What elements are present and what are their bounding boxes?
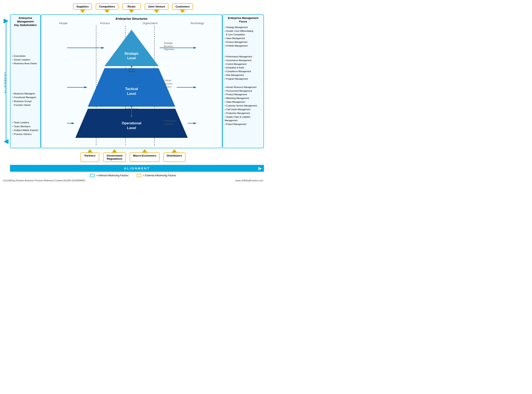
legend-external-text: = External Influencing Factors [143,174,176,177]
svg-text:Strategic: Strategic [124,52,139,55]
right-panel-title: Enterprise ManagementFocus [225,16,261,24]
government-regulations-label: GovernmentRegulations [106,154,122,160]
main-container: Suppliers Competitors Rivals Joint Ventu… [0,0,266,197]
alignment-bottom-text: ALIGNMENT [124,166,150,170]
partners-label: Partners [85,154,96,157]
svg-text:Level: Level [127,126,136,130]
center-title: Enterprise Structures [43,17,220,20]
ext-box-distributors: Distributors [163,152,186,162]
legend-external: = External Influencing Factors [137,174,176,177]
focus-group-strategic: • Strategy Management • Growth: Core Dif… [225,26,261,48]
svg-marker-43 [194,47,197,49]
bottom-external-row: Partners GovernmentRegulations Macro-Eco… [35,152,231,162]
pyramid-svg: Strategic Level Tactical Level Operation… [43,26,220,146]
svg-text:Performance: Performance [164,119,177,122]
svg-text:Factors: Factors [164,85,171,88]
legend-internal: = Internal Influencing Factors [90,174,128,177]
footer-right: www.LEADingPractice.com [235,179,263,182]
footer-left: (C)LEADing Practice Business Process Ref… [3,179,85,182]
right-panel: Enterprise ManagementFocus • Strategy Ma… [222,14,264,148]
stakeholder-group-strategic: • Executives • Senior Leaders • Business… [12,54,38,66]
left-panel-title: Enterprise ManagementKey Stakeholders [12,16,38,27]
competitors-label: Competitors [99,5,115,8]
svg-marker-39 [84,86,87,88]
svg-marker-7 [105,30,159,66]
suppliers-label: Suppliers [76,5,89,8]
legend: = Internal Influencing Factors = Externa… [2,174,264,177]
center-section: Enterprise Structures People Process Org… [41,14,222,148]
svg-text:Tactical: Tactical [125,87,138,91]
svg-text:Indicators: Indicators [164,123,174,125]
structure-labels: People Process Organization Technology [43,22,220,25]
svg-text:Level: Level [127,92,136,96]
legend-external-box [137,174,141,177]
right-panel-title-text: Enterprise ManagementFocus [228,16,258,23]
stakeholder-group-tactical: • Business Managers • Functional Manager… [12,92,38,107]
svg-marker-45 [194,86,197,88]
ext-box-rivals: Rivals [122,3,141,10]
ext-box-customers: Customers [172,3,193,10]
svg-text:Strategic: Strategic [164,42,173,44]
legend-internal-text: = Internal Influencing Factors [96,174,128,177]
ext-box-competitors: Competitors [96,3,118,10]
svg-marker-41 [72,122,74,124]
ext-box-joint-venture: Joint Venture [145,3,168,10]
bottom-alignment-bar: ALIGNMENT [10,165,264,172]
focus-group-operational: • Human Resource Management • Procuremen… [225,85,261,126]
alignment-arrow-left: ALIGNMENT [3,19,9,144]
svg-text:Critical: Critical [164,79,171,82]
svg-text:Business: Business [164,45,173,47]
enterprise-structures-label: Enterprise Structures [116,17,147,20]
joint-venture-label: Joint Venture [148,5,165,8]
legend-internal-box [90,174,95,177]
ext-box-government-regulations: GovernmentRegulations [103,152,126,162]
svg-text:Operational: Operational [122,121,141,125]
focus-group-tactical: • Performance Management • Governance Ma… [225,55,261,81]
left-panel-title-text: Enterprise ManagementKey Stakeholders [14,16,37,27]
svg-text:Success: Success [164,82,173,85]
rivals-label: Rivals [128,5,135,8]
svg-text:Objectives: Objectives [164,48,175,51]
svg-text:ALIGNMENT: ALIGNMENT [4,72,7,93]
distributors-label: Distributors [167,154,182,157]
top-external-row: Suppliers Competitors Rivals Joint Ventu… [35,2,231,10]
pyramid-area: Strategic Level Tactical Level Operation… [43,26,220,146]
ext-box-partners: Partners [80,152,99,162]
svg-marker-47 [194,122,197,124]
svg-text:Level: Level [127,56,136,60]
ext-box-suppliers: Suppliers [73,3,92,10]
left-panel: Enterprise ManagementKey Stakeholders • … [10,14,41,148]
customers-label: Customers [176,5,190,8]
stakeholder-group-operational: • Team Leaders • Team Members • Subject … [12,121,38,136]
svg-marker-37 [101,47,105,49]
macro-economics-label: Macro-Economics [133,154,156,157]
footer: (C)LEADing Practice Business Process Ref… [2,179,264,182]
ext-box-macro-economics: Macro-Economics [130,152,160,162]
